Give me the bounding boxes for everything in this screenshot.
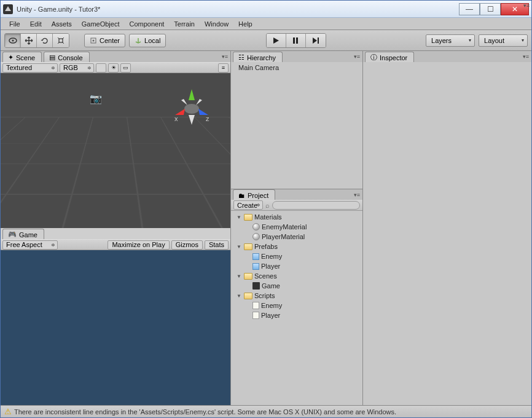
play-icon xyxy=(272,37,280,44)
stats-toggle[interactable]: Stats xyxy=(205,240,229,250)
project-tab-icon: 🖿 xyxy=(238,192,245,199)
hierarchy-panel[interactable]: Main Camera xyxy=(231,62,362,189)
menu-window[interactable]: Window xyxy=(200,19,233,29)
play-button[interactable] xyxy=(267,34,286,47)
project-item[interactable]: Enemy xyxy=(231,301,362,310)
game-toolbar: Free Aspect Maximize on Play Gizmos Stat… xyxy=(1,239,230,250)
gizmos-toggle[interactable]: Gizmos xyxy=(171,240,203,250)
scene-grid xyxy=(1,117,230,228)
script-icon xyxy=(252,302,259,309)
project-create-dropdown[interactable]: Create xyxy=(233,200,263,210)
menu-gameobject[interactable]: GameObject xyxy=(77,19,125,29)
svg-point-5 xyxy=(93,39,95,41)
svg-marker-17 xyxy=(196,99,202,105)
project-tab-strip: 🖿 Project ▾≡ xyxy=(231,189,362,200)
workspace: ✦ Scene ▤ Console ▾≡ Textured RGB ☀ ▭ ≡ xyxy=(1,51,531,405)
inspector-panel[interactable] xyxy=(363,62,531,405)
tab-inspector[interactable]: ⓘ Inspector xyxy=(365,52,414,62)
scene-tab-strip: ✦ Scene ▤ Console ▾≡ xyxy=(1,51,230,62)
scene-fx-toggle[interactable]: ≡ xyxy=(218,63,229,73)
pivot-local-button[interactable]: Local xyxy=(129,34,166,47)
fold-toggle[interactable]: ▼ xyxy=(236,244,242,250)
project-folder[interactable]: ▼Scripts xyxy=(231,291,362,301)
scene-audio-toggle[interactable]: ▭ xyxy=(120,63,131,73)
scene-icon xyxy=(252,282,260,290)
search-icon: ⌕ xyxy=(265,202,270,209)
scene-light-toggle[interactable]: ☀ xyxy=(108,63,119,73)
menu-help[interactable]: Help xyxy=(233,19,257,29)
fold-toggle[interactable]: ▼ xyxy=(236,215,242,220)
move-icon xyxy=(25,36,33,45)
svg-marker-9 xyxy=(313,37,317,44)
scene-viewport[interactable]: 📷 x z xyxy=(1,73,230,228)
tab-project[interactable]: 🖿 Project xyxy=(233,189,275,200)
game-viewport[interactable] xyxy=(1,250,230,405)
project-item[interactable]: Enemy xyxy=(231,251,362,261)
maximize-button[interactable]: ☐ xyxy=(480,3,501,15)
layers-dropdown[interactable]: Layers xyxy=(426,34,475,47)
rendermode-dropdown[interactable]: RGB xyxy=(60,63,94,73)
rotate-tool-button[interactable] xyxy=(37,34,53,47)
project-search-input[interactable] xyxy=(272,201,360,210)
layout-label: Layout xyxy=(484,37,504,44)
step-icon xyxy=(312,37,319,44)
unity-app-icon xyxy=(3,4,13,14)
project-panel[interactable]: ▼MaterialsEnemyMaterialPlayerMaterial▼Pr… xyxy=(231,211,362,405)
center-label: Center xyxy=(100,37,120,44)
step-button[interactable] xyxy=(306,34,326,47)
menu-edit[interactable]: Edit xyxy=(25,19,47,29)
title-bar[interactable]: Unity - Game.unity - Tutor3* — ☐ ✕ xyxy=(1,1,531,18)
svg-rect-8 xyxy=(296,37,298,44)
menu-assets[interactable]: Assets xyxy=(47,19,77,29)
pivot-center-button[interactable]: Center xyxy=(84,34,125,47)
hand-icon xyxy=(8,36,18,45)
center-icon xyxy=(90,37,97,44)
minimize-button[interactable]: — xyxy=(459,3,480,15)
scene-2d-toggle[interactable] xyxy=(96,63,106,73)
svg-marker-15 xyxy=(189,115,195,125)
project-item[interactable]: EnemyMaterial xyxy=(231,222,362,232)
tab-scene[interactable]: ✦ Scene xyxy=(2,52,42,62)
tab-hierarchy[interactable]: ☷ Hierarchy xyxy=(233,52,283,62)
project-item[interactable]: Player xyxy=(231,310,362,320)
menu-terrain[interactable]: Terrain xyxy=(169,19,200,29)
project-item[interactable]: Game xyxy=(231,281,362,291)
menu-component[interactable]: Component xyxy=(124,19,169,29)
shading-dropdown[interactable]: Textured xyxy=(2,63,58,73)
project-pane-options[interactable]: ▾≡ xyxy=(354,192,360,198)
pause-button[interactable] xyxy=(286,34,306,47)
scale-icon xyxy=(57,36,65,45)
fold-toggle[interactable]: ▼ xyxy=(236,274,242,279)
hierarchy-pane-options[interactable]: ▾≡ xyxy=(354,53,360,60)
menu-file[interactable]: File xyxy=(4,19,25,29)
console-tab-label: Console xyxy=(58,54,82,61)
project-item[interactable]: Player xyxy=(231,261,362,271)
local-icon xyxy=(135,37,142,44)
menu-bar: File Edit Assets GameObject Component Te… xyxy=(1,18,531,30)
tab-console[interactable]: ▤ Console xyxy=(44,52,89,62)
tab-game[interactable]: 🎮 Game xyxy=(2,229,44,239)
project-tab-label: Project xyxy=(248,192,268,199)
layout-dropdown[interactable]: Layout xyxy=(479,34,528,47)
game-tab-label: Game xyxy=(19,231,37,239)
folder-icon xyxy=(244,293,252,299)
hierarchy-item[interactable]: Main Camera xyxy=(231,63,362,72)
orientation-gizmo[interactable]: x z xyxy=(170,85,213,128)
project-folder[interactable]: ▼Scenes xyxy=(231,271,362,281)
project-folder[interactable]: ▼Materials xyxy=(231,212,362,222)
status-bar[interactable]: ⚠ There are inconsistent line endings in… xyxy=(1,405,531,417)
move-tool-button[interactable] xyxy=(21,34,37,47)
camera-gizmo-icon[interactable]: 📷 xyxy=(90,93,102,104)
aspect-dropdown[interactable]: Free Aspect xyxy=(2,240,58,250)
project-item[interactable]: PlayerMaterial xyxy=(231,232,362,242)
maximize-on-play-toggle[interactable]: Maximize on Play xyxy=(108,240,169,250)
svg-marker-13 xyxy=(175,109,185,115)
scale-tool-button[interactable] xyxy=(53,34,69,47)
fold-toggle[interactable]: ▼ xyxy=(236,293,242,299)
rotate-icon xyxy=(41,36,49,45)
hand-tool-button[interactable] xyxy=(5,34,21,47)
material-icon xyxy=(252,233,260,240)
inspector-pane-options[interactable]: ▾≡ xyxy=(523,53,529,60)
project-folder[interactable]: ▼Prefabs xyxy=(231,242,362,251)
scene-pane-options[interactable]: ▾≡ xyxy=(222,53,228,60)
